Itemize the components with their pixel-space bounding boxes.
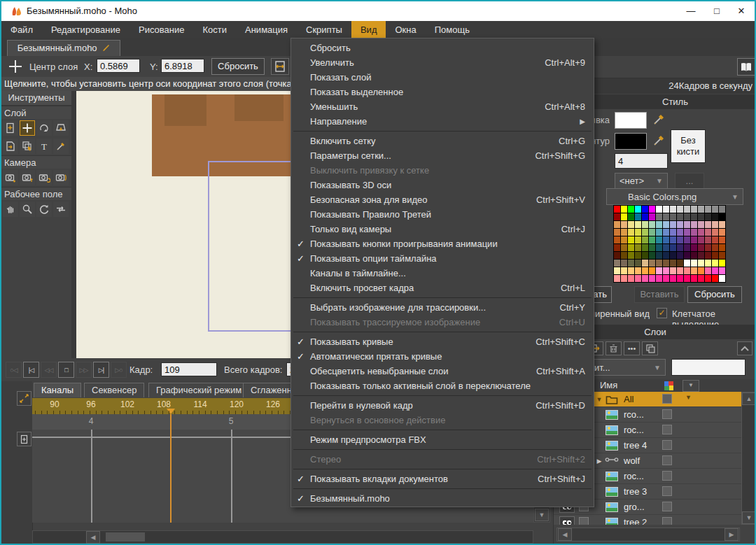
color-swatch[interactable] [684,213,690,220]
scroll-left-icon[interactable]: ◀ [86,531,100,544]
color-swatch[interactable] [621,244,627,251]
stroke-color-swatch[interactable] [615,133,647,150]
layer-row-dropdown-icon[interactable]: ▼ [685,394,692,401]
menubar-item[interactable]: Редактирование [42,21,130,38]
scroll-right-icon[interactable]: ▶ [724,528,738,541]
color-swatch[interactable] [628,221,634,228]
color-swatch[interactable] [656,252,662,259]
color-swatch[interactable] [649,213,655,220]
color-swatch[interactable] [712,221,718,228]
layer-more-options-button[interactable]: ••• [624,341,640,355]
y-coordinate-input[interactable] [161,59,204,73]
fill-color-swatch[interactable] [615,112,647,129]
menu-item[interactable]: Выбрать изображение для трассировки...Ct… [291,300,594,315]
color-swatch[interactable] [719,260,725,267]
roll-camera-tool[interactable] [36,170,52,185]
menu-item[interactable]: Показывать только активный слой в перекл… [291,378,594,393]
layer-select-checkbox[interactable] [662,440,672,450]
color-swatch[interactable] [621,275,627,282]
menubar-item[interactable]: Скрипты [297,21,351,38]
color-swatch[interactable] [656,267,662,274]
color-swatch[interactable] [705,244,711,251]
color-swatch[interactable] [677,267,683,274]
menu-item[interactable]: Вернуться в основное действие [291,413,594,427]
color-swatch[interactable] [684,206,690,213]
color-swatch[interactable] [635,275,641,282]
color-swatch[interactable] [635,213,641,220]
checkered-selection-checkbox[interactable]: ✓ [657,308,667,318]
expand-timeline-button[interactable] [17,391,31,406]
color-swatch[interactable] [621,221,627,228]
color-swatch[interactable] [719,275,725,282]
color-swatch[interactable] [719,221,725,228]
flip-layer-horizontal-button[interactable] [271,58,289,75]
color-swatch[interactable] [684,275,690,282]
color-swatch[interactable] [628,229,634,236]
color-swatch[interactable] [691,252,697,259]
color-swatch[interactable] [621,252,627,259]
color-swatch[interactable] [719,236,725,243]
color-swatch[interactable] [712,213,718,220]
x-coordinate-input[interactable] [97,59,140,73]
color-swatch[interactable] [670,229,676,236]
menubar-item[interactable]: Окна [386,21,425,38]
menu-item[interactable]: Режим предпросмотра FBX [291,432,594,447]
color-swatch[interactable] [621,260,627,267]
duplicate-layer-button[interactable] [642,341,658,355]
color-swatch[interactable] [691,206,697,213]
color-swatch[interactable] [663,267,669,274]
color-swatch[interactable] [649,244,655,251]
reset-origin-button[interactable]: Сбросить [211,58,265,75]
color-swatch[interactable] [670,275,676,282]
color-swatch[interactable] [649,252,655,259]
color-swatch[interactable] [712,267,718,274]
color-swatch[interactable] [670,221,676,228]
color-swatch[interactable] [656,206,662,213]
color-swatch[interactable] [628,275,634,282]
color-swatch[interactable] [614,252,620,259]
layer-row[interactable]: tree 2 [554,515,741,525]
color-swatch[interactable] [719,252,725,259]
color-swatch[interactable] [621,229,627,236]
color-swatch[interactable] [691,244,697,251]
color-swatch[interactable] [719,229,725,236]
menu-item[interactable]: Перейти в нулевой кадрCtrl+Shift+D [291,398,594,413]
color-swatch[interactable] [670,236,676,243]
color-swatch[interactable] [698,252,704,259]
color-swatch[interactable] [621,206,627,213]
color-swatch[interactable] [677,206,683,213]
menubar-item[interactable]: Кости [193,21,236,38]
color-swatch[interactable] [705,267,711,274]
maximize-button[interactable]: □ [705,4,729,18]
color-swatch[interactable] [635,229,641,236]
color-swatch[interactable] [698,213,704,220]
color-swatch[interactable] [642,275,648,282]
rotate-layer-tool[interactable] [36,120,52,136]
color-swatch[interactable] [663,221,669,228]
color-swatch[interactable] [691,267,697,274]
menu-item[interactable]: Показать слой [291,70,594,85]
minimize-button[interactable]: — [679,4,703,18]
color-swatch[interactable] [677,275,683,282]
effect-more-button[interactable]: ... [675,173,704,190]
color-swatch[interactable] [621,267,627,274]
no-brush-button[interactable]: Без кисти [671,129,706,163]
color-swatch[interactable] [712,252,718,259]
flip-layer-tool[interactable] [3,139,18,154]
reset-workspace-tool[interactable] [53,201,69,217]
color-swatch-grid[interactable] [613,205,726,283]
color-swatch[interactable] [656,236,662,243]
scrollbar-thumb[interactable] [106,532,145,542]
color-swatch[interactable] [677,236,683,243]
color-swatch[interactable] [635,252,641,259]
color-swatch[interactable] [670,206,676,213]
layer-select-checkbox[interactable] [662,471,672,481]
delete-layer-button[interactable] [606,341,622,355]
menu-item[interactable]: Показать выделенное [291,85,594,99]
color-swatch[interactable] [614,236,620,243]
menu-item[interactable]: Только вид камерыCtrl+J [291,222,594,236]
layer-select-checkbox[interactable] [662,394,672,404]
color-swatch[interactable] [642,206,648,213]
menu-item[interactable]: Включить сеткуCtrl+G [291,134,594,148]
color-swatch[interactable] [712,244,718,251]
